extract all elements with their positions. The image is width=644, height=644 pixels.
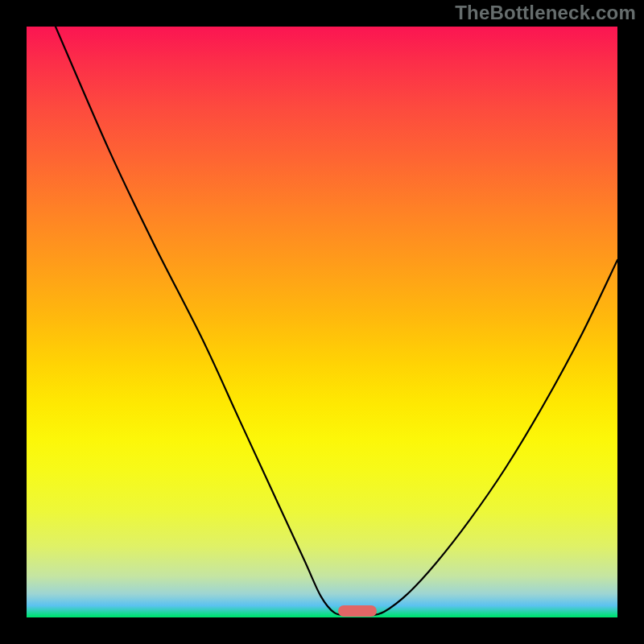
bottleneck-curve: [27, 27, 617, 617]
optimal-marker: [338, 605, 377, 617]
watermark-text: TheBottleneck.com: [455, 2, 636, 24]
chart-container: TheBottleneck.com: [0, 0, 644, 644]
plot-area: [27, 27, 617, 617]
